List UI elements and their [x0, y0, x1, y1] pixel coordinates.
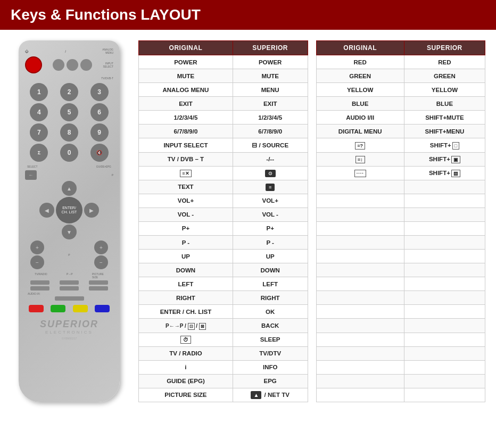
- btn-7[interactable]: 7: [30, 123, 48, 142]
- table-row: GUIDE (EPG) EPG: [139, 374, 308, 388]
- sup-text-icon: ≡: [233, 180, 308, 194]
- table2-col1-header: ORIGINAL: [316, 41, 404, 55]
- small-func-btn-1[interactable]: [30, 280, 49, 285]
- yellow-btn[interactable]: [73, 305, 88, 312]
- table-row: 1/2/3/4/5 1/2/3/4/5: [139, 111, 308, 125]
- orig-volplus: VOL+: [139, 194, 233, 208]
- number-grid: 1 2 3 4 5 6 7 8 9 Σ 0 🔇: [25, 83, 113, 162]
- picture-size-label: PICTURESIZE: [92, 272, 104, 279]
- btn-dash[interactable]: Σ: [30, 144, 48, 162]
- vol-minus-btn[interactable]: −: [30, 255, 44, 269]
- orig-pplus: P+: [139, 221, 233, 235]
- btn-9[interactable]: 9: [90, 123, 109, 142]
- table-row: ⏱ SLEEP: [139, 333, 308, 346]
- shift-box2: ▣: [451, 156, 460, 163]
- table1-col2-header: SUPERIOR: [233, 41, 308, 55]
- table-row: VOL - VOL -: [139, 208, 308, 221]
- table-row: AUDIO I/II SHIFT+MUTE: [316, 111, 485, 125]
- sup-ok: OK: [233, 305, 308, 319]
- empty-orig: [316, 250, 404, 263]
- sup-tvdtv: TV/DTV: [233, 346, 308, 360]
- small-btn-1[interactable]: [53, 59, 64, 71]
- btn-mute[interactable]: 🔇: [90, 144, 109, 162]
- table-row: [316, 374, 485, 388]
- table-row: [316, 319, 485, 333]
- left-btn[interactable]: ◀: [39, 203, 54, 218]
- sup-display-icon: ⊙: [233, 166, 308, 180]
- orig-enter-chlist: ENTER / CH. LIST: [139, 305, 233, 319]
- btn-8[interactable]: 8: [60, 123, 78, 142]
- p-plus-btn[interactable]: +: [94, 240, 108, 254]
- orig-left: LEFT: [139, 277, 233, 291]
- empty-orig: [316, 263, 404, 277]
- right-btn[interactable]: ▶: [84, 203, 99, 218]
- orig-digital-menu: DIGITAL MENU: [316, 125, 404, 138]
- question-icon: ≡?: [355, 142, 365, 150]
- dots-icon: ····: [354, 170, 366, 177]
- up-btn[interactable]: ▲: [62, 181, 77, 196]
- table-row: [316, 277, 485, 291]
- brand-name: SUPERIOR: [25, 319, 113, 330]
- sup-volplus: VOL+: [233, 194, 308, 208]
- table-row: ≡✕ ⊙: [139, 166, 308, 180]
- orig-12345: 1/2/3/4/5: [139, 111, 233, 125]
- display-icon: ⊙: [265, 170, 276, 177]
- empty-sup: [404, 333, 485, 346]
- red-btn[interactable]: [29, 305, 44, 312]
- blue-btn[interactable]: [95, 305, 110, 312]
- empty-orig: [316, 194, 404, 208]
- btn-6[interactable]: 6: [90, 103, 109, 121]
- audio-btn[interactable]: [55, 296, 84, 301]
- tables-container: ORIGINAL SUPERIOR POWER POWER MUTE MUTE …: [138, 40, 485, 402]
- orig-tv-radio: TV / RADIO: [139, 346, 233, 360]
- table-row: [316, 263, 485, 277]
- enter-btn[interactable]: ENTER/CH. LIST: [56, 197, 82, 223]
- table-row: P+ P+: [139, 221, 308, 235]
- sup-yellow: YELLOW: [404, 83, 485, 97]
- table1-col1-header: ORIGINAL: [139, 41, 233, 55]
- down-btn[interactable]: ▼: [62, 225, 77, 239]
- table-row: [316, 346, 485, 360]
- empty-orig: [316, 360, 404, 374]
- empty-sup: [404, 291, 485, 305]
- btn-4[interactable]: 4: [30, 103, 48, 121]
- orig-input-select: INPUT SELECT: [139, 138, 233, 152]
- btn-3[interactable]: 3: [90, 83, 109, 101]
- empty-sup: [404, 236, 485, 250]
- small-btn-3[interactable]: [80, 59, 92, 71]
- btn-5[interactable]: 5: [60, 103, 78, 121]
- table-row: ≡? SHIFT+□: [316, 138, 485, 152]
- small-func-btn-6[interactable]: [89, 286, 108, 291]
- orig-pip: P←→P / ⊡ / ⊠: [139, 319, 233, 333]
- small-btn-2[interactable]: [67, 59, 78, 71]
- btn-0[interactable]: 0: [60, 144, 78, 162]
- orig-mute: MUTE: [139, 69, 233, 83]
- small-func-btn-3[interactable]: [89, 280, 108, 285]
- orig-audio-i-ii: AUDIO I/II: [316, 111, 404, 125]
- table-row: ENTER / CH. LIST OK: [139, 305, 308, 319]
- remote-control: ⏻ i ANALOGMENU INPUTSELECT TV/DVB-T: [19, 40, 120, 402]
- small-func-btn-4[interactable]: [30, 286, 49, 291]
- small-func-btn-2[interactable]: [60, 280, 79, 285]
- main-content: ⏻ i ANALOGMENU INPUTSELECT TV/DVB-T: [0, 30, 496, 413]
- table-row: LEFT LEFT: [139, 277, 308, 291]
- power-button[interactable]: [25, 56, 42, 73]
- table-row: EXIT EXIT: [139, 97, 308, 111]
- analog-menu-label: ANALOGMENU: [102, 48, 113, 54]
- empty-sup: [404, 208, 485, 221]
- orig-power: POWER: [139, 55, 233, 69]
- orig-question-icon: ≡?: [316, 138, 404, 152]
- orig-picture-size: PICTURE SIZE: [139, 388, 233, 402]
- color-buttons-row: [25, 305, 113, 312]
- green-btn[interactable]: [51, 305, 65, 312]
- orig-updown-icon: ≡↕: [316, 152, 404, 166]
- p-minus-btn[interactable]: −: [94, 255, 108, 269]
- btn-1[interactable]: 1: [30, 83, 48, 101]
- orig-up: UP: [139, 250, 233, 263]
- small-func-btn-5[interactable]: [60, 286, 79, 291]
- btn-2[interactable]: 2: [60, 83, 78, 101]
- vol-plus-btn[interactable]: +: [30, 240, 44, 254]
- table-row: VOL+ VOL+: [139, 194, 308, 208]
- back-arrow-btn[interactable]: ←: [25, 170, 37, 180]
- table2-col2-header: SUPERIOR: [404, 41, 485, 55]
